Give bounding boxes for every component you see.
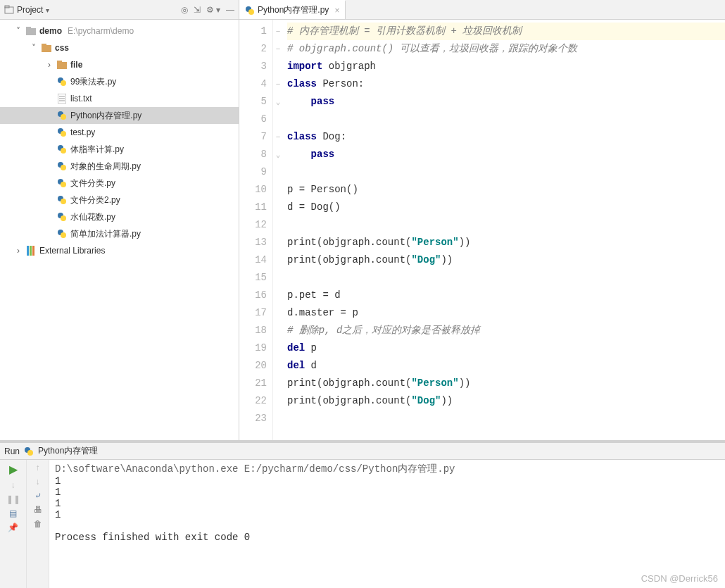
python-file-icon	[56, 161, 68, 172]
python-file-icon	[245, 6, 255, 15]
hide-icon[interactable]: —	[226, 5, 234, 15]
project-title[interactable]: Project	[17, 5, 49, 15]
editor-area: Python内存管理.py × 123456789101112131415161…	[239, 0, 725, 440]
project-tree[interactable]: ˅ demo E:\pycharm\demo ˅ css › file 99乘法…	[0, 20, 239, 440]
project-icon	[4, 5, 14, 15]
down-icon[interactable]: ↓	[36, 477, 40, 487]
svg-point-23	[61, 182, 66, 187]
svg-rect-7	[57, 61, 62, 63]
svg-rect-31	[30, 246, 32, 256]
tree-file[interactable]: 体脂率计算.py	[0, 141, 239, 158]
python-file-icon	[56, 211, 68, 223]
run-toolbar-left: ▶ ↓ ❚❚ ▤ 📌	[0, 460, 27, 588]
trash-icon[interactable]: 🗑	[34, 519, 42, 529]
editor-tab-bar: Python内存管理.py ×	[239, 0, 725, 20]
run-tab-label[interactable]: Run	[4, 446, 20, 456]
run-console[interactable]: D:\software\Anaconda\python.exe E:/pycha…	[49, 460, 725, 588]
collapse-icon[interactable]: ⇲	[194, 5, 201, 15]
tree-file[interactable]: Python内存管理.py	[0, 107, 239, 124]
locate-icon[interactable]: ◎	[181, 5, 188, 15]
external-libraries[interactable]: › External Libraries	[0, 242, 239, 259]
svg-point-25	[61, 199, 66, 204]
python-file-icon	[56, 127, 68, 138]
python-file-icon	[56, 144, 68, 155]
text-file-icon	[56, 93, 68, 104]
svg-point-27	[61, 215, 66, 221]
chevron-right-icon[interactable]: ›	[14, 246, 23, 256]
tree-file[interactable]: list.txt	[0, 90, 239, 107]
svg-point-9	[61, 80, 66, 86]
project-panel: Project ◎ ⇲ ⚙ ▾ — ˅ demo E:\pycharm\demo…	[0, 0, 239, 440]
svg-rect-5	[42, 44, 46, 46]
library-icon	[25, 245, 37, 256]
chevron-right-icon[interactable]: ›	[45, 60, 53, 70]
chevron-down-icon[interactable]: ˅	[14, 26, 23, 36]
tree-file[interactable]: 简单加法计算器.py	[0, 225, 239, 242]
pin-icon[interactable]: 📌	[8, 523, 18, 532]
tree-file[interactable]: 文件分类2.py	[0, 192, 239, 208]
run-config-name[interactable]: Python内存管理	[38, 445, 98, 457]
python-file-icon	[56, 76, 68, 87]
code-content[interactable]: # 内存管理机制 = 引用计数器机制 + 垃圾回收机制# objgraph.co…	[283, 20, 725, 440]
tree-file[interactable]: 对象的生命周期.py	[0, 158, 239, 175]
svg-point-21	[61, 165, 66, 170]
svg-point-17	[61, 131, 66, 137]
wrap-icon[interactable]: ⤶	[34, 491, 42, 501]
python-file-icon	[56, 194, 68, 206]
folder-icon	[41, 42, 52, 54]
layout-icon[interactable]: ▤	[9, 508, 17, 518]
folder-icon	[25, 25, 37, 37]
python-file-icon	[56, 228, 68, 239]
line-gutter: 1234567891011121314151617181920212223	[239, 20, 273, 440]
stop-icon[interactable]: ↓	[11, 480, 15, 490]
python-file-icon	[24, 446, 34, 456]
print-icon[interactable]: 🖶	[34, 505, 42, 515]
code-editor[interactable]: 1234567891011121314151617181920212223 −−…	[239, 20, 725, 440]
run-toolbar-left-2: ↑ ↓ ⤶ 🖶 🗑	[27, 460, 49, 588]
tree-root[interactable]: ˅ demo E:\pycharm\demo	[0, 23, 239, 39]
tab-label: Python内存管理.py	[258, 4, 329, 16]
tree-folder-file[interactable]: › file	[0, 56, 239, 73]
svg-point-36	[27, 450, 33, 456]
run-panel: Run Python内存管理 ▶ ↓ ❚❚ ▤ 📌 ↑ ↓ ⤶ 🖶 🗑 D:\s…	[0, 440, 725, 588]
gear-icon[interactable]: ⚙ ▾	[206, 5, 220, 15]
folder-icon	[56, 59, 68, 70]
fold-column[interactable]: −−−⌄−⌄	[273, 20, 283, 440]
rerun-icon[interactable]: ▶	[9, 463, 18, 476]
editor-tab[interactable]: Python内存管理.py ×	[239, 0, 346, 19]
chevron-down-icon[interactable]: ˅	[30, 43, 38, 53]
python-file-icon	[56, 110, 68, 121]
up-icon[interactable]: ↑	[36, 463, 40, 473]
pause-icon[interactable]: ❚❚	[6, 494, 20, 504]
python-file-icon	[56, 177, 68, 189]
svg-point-34	[248, 9, 254, 15]
svg-point-29	[61, 232, 66, 238]
project-header: Project ◎ ⇲ ⚙ ▾ —	[0, 0, 239, 20]
run-header: Run Python内存管理	[0, 443, 725, 460]
tree-file[interactable]: test.py	[0, 124, 239, 141]
tree-file[interactable]: 99乘法表.py	[0, 73, 239, 90]
svg-rect-30	[27, 246, 29, 256]
tree-file[interactable]: 水仙花数.py	[0, 208, 239, 225]
watermark: CSDN @Derrick56	[641, 573, 718, 584]
close-icon[interactable]: ×	[334, 6, 339, 15]
svg-point-15	[61, 114, 66, 120]
svg-rect-3	[26, 27, 31, 30]
svg-point-19	[61, 148, 66, 154]
tree-file[interactable]: 文件分类.py	[0, 175, 239, 192]
tree-folder-css[interactable]: ˅ css	[0, 39, 239, 56]
svg-rect-32	[32, 246, 34, 256]
